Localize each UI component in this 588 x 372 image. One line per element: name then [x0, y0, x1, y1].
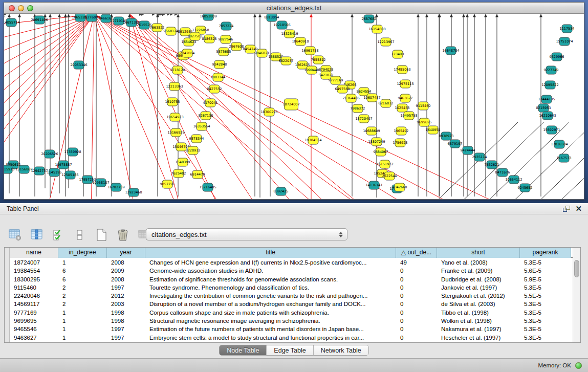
- table-cell[interactable]: 0: [396, 292, 437, 300]
- memory-status-icon[interactable]: [575, 362, 582, 369]
- table-cell[interactable]: 9777169: [10, 309, 58, 317]
- graph-edge[interactable]: [4, 14, 94, 87]
- table-cell[interactable]: 1: [58, 325, 107, 333]
- graph-node[interactable]: 15751074: [556, 37, 573, 46]
- graph-node[interactable]: 19384554: [304, 136, 321, 144]
- graph-node[interactable]: 9242848: [212, 60, 227, 69]
- graph-edge[interactable]: [552, 165, 584, 199]
- graph-node[interactable]: 9474444: [461, 146, 475, 155]
- table-cell[interactable]: Nakamura et al. (1997): [437, 325, 520, 333]
- graph-node[interactable]: 2967608: [229, 42, 244, 51]
- graph-node[interactable]: 7986372: [351, 104, 365, 113]
- table-cell[interactable]: 1: [58, 258, 107, 267]
- graph-edge[interactable]: [94, 14, 531, 199]
- graph-node[interactable]: 8471676: [495, 168, 510, 177]
- graph-node[interactable]: 16353554: [193, 122, 210, 130]
- graph-node[interactable]: 18300295: [260, 108, 277, 116]
- table-cell[interactable]: Corpus callosum shape and size in male p…: [145, 309, 396, 317]
- table-cell[interactable]: 19384554: [10, 267, 58, 275]
- graph-node[interactable]: 9878344: [189, 135, 204, 143]
- tab-node-table[interactable]: Node Table: [220, 345, 267, 355]
- table-cell[interactable]: Wolkin et al. (1998): [437, 317, 520, 325]
- graph-edge[interactable]: [94, 14, 137, 199]
- graph-node[interactable]: 12213967: [377, 38, 394, 46]
- graph-node[interactable]: 16648784: [442, 47, 459, 55]
- table-cell[interactable]: 2009: [107, 267, 145, 275]
- table-cell[interactable]: Estimation of the future numbers of pati…: [145, 325, 396, 333]
- graph-node[interactable]: 18325419: [281, 30, 298, 38]
- table-selector-dropdown[interactable]: citations_edges.txt: [146, 228, 347, 240]
- graph-node[interactable]: 17359928: [64, 148, 81, 156]
- table-row[interactable]: 1830029562008Estimation of significance …: [10, 275, 573, 283]
- table-cell[interactable]: 6: [58, 275, 107, 283]
- table-cell[interactable]: 22420046: [10, 292, 58, 300]
- table-cell[interactable]: Stergiakouli et al. (2012): [437, 292, 520, 300]
- table-cell[interactable]: 0: [396, 300, 437, 308]
- table-cell[interactable]: Tourette syndrome. Phenomenology and cla…: [145, 283, 396, 292]
- graph-node[interactable]: 12923468: [125, 188, 142, 196]
- table-cell[interactable]: Yano et al. (2008): [437, 258, 520, 267]
- graph-node[interactable]: 5875685: [216, 48, 231, 56]
- table-cell[interactable]: 9463627: [10, 334, 58, 342]
- table-cell[interactable]: 0: [396, 334, 437, 342]
- table-cell[interactable]: 2008: [107, 258, 145, 267]
- graph-node[interactable]: 12942737: [31, 167, 48, 175]
- table-cell[interactable]: 1: [58, 334, 107, 342]
- table-cell[interactable]: 5.3E-5: [520, 309, 571, 317]
- table-cell[interactable]: 0: [396, 275, 437, 283]
- table-row[interactable]: 977716911998Corpus callosum shape and si…: [10, 309, 573, 317]
- graph-node[interactable]: 18724007: [282, 99, 299, 110]
- table-row[interactable]: 1872400712008Changes of HCN gene express…: [10, 258, 573, 267]
- table-cell[interactable]: 18724007: [10, 258, 58, 267]
- graph-node[interactable]: 15692971: [543, 126, 560, 134]
- table-cell[interactable]: 1997: [107, 334, 145, 342]
- graph-node[interactable]: 15716485: [199, 183, 216, 191]
- graph-node[interactable]: 16151972: [376, 160, 393, 168]
- table-cell[interactable]: 5.3E-5: [520, 300, 571, 308]
- table-cell[interactable]: 49: [396, 258, 437, 267]
- table-cell[interactable]: 0: [396, 283, 437, 292]
- graph-node[interactable]: 12213363: [166, 82, 183, 91]
- table-cell[interactable]: 5.3E-5: [520, 258, 571, 267]
- graph-node[interactable]: 1167533: [557, 154, 572, 162]
- graph-node[interactable]: 12095822: [541, 81, 558, 89]
- graph-node[interactable]: 10688609: [363, 127, 380, 135]
- graph-node[interactable]: 20206526: [41, 150, 58, 158]
- graph-node[interactable]: 1610755: [165, 98, 180, 106]
- graph-edge[interactable]: [94, 14, 183, 199]
- new-table-icon[interactable]: [94, 228, 108, 242]
- table-cell[interactable]: 5.3E-5: [520, 283, 571, 292]
- graph-node[interactable]: 1117534: [560, 25, 575, 33]
- graph-node[interactable]: 8215953: [536, 104, 551, 112]
- graph-node[interactable]: 2687682: [362, 15, 377, 23]
- graph-node[interactable]: 8813054: [265, 14, 279, 21]
- graph-node[interactable]: 6914479: [190, 170, 205, 179]
- graph-node[interactable]: 18807249: [368, 138, 385, 146]
- unselect-all-icon[interactable]: [73, 228, 87, 242]
- table-cell[interactable]: 18300295: [10, 275, 58, 283]
- table-row[interactable]: 969969511998Structural magnetic resonanc…: [10, 317, 573, 325]
- graph-node[interactable]: 17016504: [551, 140, 568, 148]
- table-settings-icon[interactable]: [8, 228, 23, 242]
- column-header-pagerank[interactable]: pagerank: [520, 248, 571, 258]
- graph-node[interactable]: 17485063: [394, 65, 410, 74]
- table-cell[interactable]: 0: [396, 325, 437, 333]
- table-cell[interactable]: 0: [396, 317, 437, 325]
- graph-node[interactable]: 9463627: [398, 94, 413, 102]
- table-cell[interactable]: 5.3E-5: [520, 325, 571, 333]
- table-cell[interactable]: 2008: [107, 275, 145, 283]
- graph-node[interactable]: 19218506: [273, 21, 290, 29]
- delete-trash-icon[interactable]: [116, 228, 130, 242]
- table-cell[interactable]: 14569117: [10, 300, 58, 308]
- graph-node[interactable]: 2803144: [211, 73, 226, 81]
- graph-node[interactable]: 16210643: [539, 112, 556, 120]
- graph-node[interactable]: 12505185: [61, 171, 78, 179]
- table-cell[interactable]: Franke et al. (2009): [437, 267, 520, 275]
- graph-node[interactable]: 14136141: [365, 181, 382, 189]
- graph-node[interactable]: 18640910: [292, 37, 309, 46]
- graph-node[interactable]: 10654112: [505, 176, 522, 184]
- graph-node[interactable]: 8392425: [274, 187, 289, 195]
- graph-node[interactable]: 1756928: [393, 139, 408, 147]
- graph-edge[interactable]: [4, 14, 94, 148]
- close-panel-icon[interactable]: ✕: [575, 206, 582, 212]
